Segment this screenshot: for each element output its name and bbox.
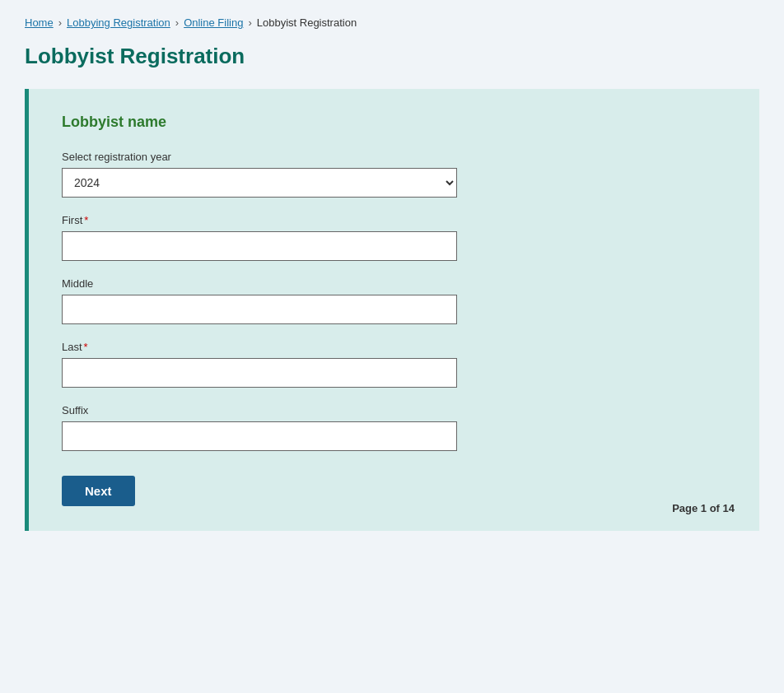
registration-year-group: Select registration year 2022 2023 2024 … xyxy=(62,151,726,198)
section-title: Lobbyist name xyxy=(62,114,726,131)
breadcrumb-current: Lobbyist Registration xyxy=(257,16,357,29)
suffix-label: Suffix xyxy=(62,404,726,416)
breadcrumb-home[interactable]: Home xyxy=(25,16,54,29)
page-indicator: Page 1 of 14 xyxy=(672,502,735,514)
last-name-group: Last* xyxy=(62,341,726,388)
form-card: Lobbyist name Select registration year 2… xyxy=(25,89,759,531)
breadcrumb: Home › Lobbying Registration › Online Fi… xyxy=(25,16,759,29)
last-name-label: Last* xyxy=(62,341,726,353)
suffix-input[interactable] xyxy=(62,421,457,451)
button-row: Next xyxy=(62,476,726,506)
breadcrumb-online-filing[interactable]: Online Filing xyxy=(184,16,243,29)
breadcrumb-sep-3: › xyxy=(248,16,251,29)
breadcrumb-sep-1: › xyxy=(58,16,62,29)
middle-name-group: Middle xyxy=(62,277,726,324)
first-name-group: First* xyxy=(62,214,726,261)
first-name-label: First* xyxy=(62,214,726,226)
first-required-star: * xyxy=(84,214,88,226)
page-wrapper: Home › Lobbying Registration › Online Fi… xyxy=(0,0,784,693)
middle-name-input[interactable] xyxy=(62,295,457,324)
registration-year-select[interactable]: 2022 2023 2024 2025 xyxy=(62,168,457,198)
next-button[interactable]: Next xyxy=(62,476,135,506)
registration-year-label: Select registration year xyxy=(62,151,726,163)
breadcrumb-sep-2: › xyxy=(175,16,179,29)
suffix-group: Suffix xyxy=(62,404,726,451)
middle-name-label: Middle xyxy=(62,277,726,290)
first-name-input[interactable] xyxy=(62,231,457,261)
last-required-star: * xyxy=(84,341,88,353)
page-title: Lobbyist Registration xyxy=(25,44,759,69)
last-name-input[interactable] xyxy=(62,358,457,388)
breadcrumb-lobbying[interactable]: Lobbying Registration xyxy=(67,16,170,29)
